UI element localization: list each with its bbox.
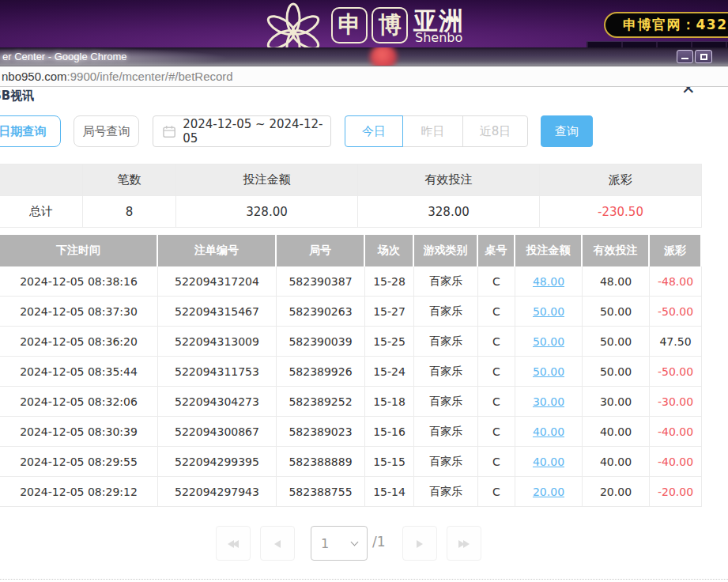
- bet-id-cell: 522094315467: [158, 297, 277, 327]
- round-id-cell: 582389252: [277, 387, 365, 417]
- screen: 申 博 亚洲 Shenbo 申博官网：432 er Center - Googl…: [0, 0, 728, 582]
- col-header-table-no: 桌号: [478, 235, 515, 266]
- bet-amount-cell: 50.00: [515, 327, 583, 357]
- bet-amount-link[interactable]: 40.00: [533, 425, 564, 438]
- close-icon[interactable]: ✕: [681, 87, 696, 98]
- address-bar[interactable]: nbo950.com:9900/infe/mcenter/#/betRecord: [0, 66, 728, 87]
- valid-bet-cell: 30.00: [583, 387, 650, 417]
- page-title: SB视讯: [0, 89, 34, 104]
- maximize-button[interactable]: [695, 50, 712, 63]
- bet-amount-link[interactable]: 48.00: [533, 275, 564, 288]
- col-header-payout: 派彩: [650, 235, 702, 266]
- table-no-cell: C: [478, 387, 515, 417]
- yesterday-button[interactable]: 昨日: [402, 115, 463, 147]
- round-id-cell: 582389023: [277, 417, 365, 447]
- maximize-icon: [700, 54, 707, 60]
- valid-bet-cell: 20.00: [583, 477, 650, 507]
- round-id-cell: 582388755: [277, 477, 365, 507]
- double-left-arrow-icon: [228, 536, 238, 551]
- table-row: 2024-12-05 08:30:39522094300867582389023…: [0, 417, 702, 447]
- session-cell: 15-27: [365, 297, 414, 327]
- bet-table-body: 2024-12-05 08:38:16522094317204582390387…: [0, 266, 702, 507]
- bottom-divider: [0, 579, 728, 580]
- date-range-input[interactable]: 2024-12-05 ~ 2024-12-05: [153, 115, 331, 147]
- valid-bet-cell: 48.00: [583, 266, 650, 297]
- table-row: 2024-12-05 08:36:20522094313009582390039…: [0, 327, 702, 357]
- page-select-value: 1: [321, 536, 352, 551]
- bet-amount-cell: 40.00: [515, 447, 583, 477]
- table-no-cell: C: [478, 297, 515, 327]
- bet-amount-cell: 40.00: [515, 417, 583, 447]
- session-cell: 15-24: [365, 357, 414, 387]
- game-type-cell: 百家乐: [414, 477, 478, 507]
- total-pages-label: /1: [372, 534, 386, 550]
- summary-header-count: 笔数: [83, 164, 176, 196]
- table-no-cell: C: [478, 266, 515, 297]
- today-button[interactable]: 今日: [345, 115, 403, 147]
- search-button[interactable]: 查询: [541, 115, 593, 147]
- round-id-cell: 582390039: [277, 327, 365, 357]
- date-query-button[interactable]: 日期查询: [0, 115, 61, 147]
- bet-id-cell: 522094299395: [158, 447, 277, 477]
- col-header-bet-id: 注单编号: [158, 235, 277, 266]
- summary-count-value: 8: [83, 196, 176, 228]
- round-id-cell: 582390387: [277, 266, 365, 297]
- valid-bet-cell: 50.00: [583, 327, 650, 357]
- double-right-arrow-icon: [459, 536, 469, 551]
- game-type-cell: 百家乐: [414, 327, 478, 357]
- last-8-days-button[interactable]: 近8日: [462, 115, 528, 147]
- bet-time-cell: 2024-12-05 08:37:30: [0, 297, 158, 327]
- payout-cell: -48.00: [650, 266, 702, 297]
- bet-amount-link[interactable]: 20.00: [533, 486, 564, 498]
- url-domain: nbo950.com: [2, 70, 67, 83]
- last-page-button[interactable]: [447, 526, 481, 561]
- bet-table-header: 下注时间注单编号局号场次游戏类别桌号投注金额有效投注派彩: [0, 235, 702, 266]
- bet-time-cell: 2024-12-05 08:36:20: [0, 327, 158, 357]
- game-type-cell: 百家乐: [414, 297, 478, 327]
- date-range-value: 2024-12-05 ~ 2024-12-05: [183, 117, 330, 146]
- round-query-button[interactable]: 局号查询: [74, 115, 139, 147]
- bet-amount-cell: 50.00: [515, 297, 583, 327]
- minimize-button[interactable]: [677, 50, 693, 63]
- col-header-valid-bet: 有效投注: [583, 235, 650, 266]
- page-select[interactable]: 1: [311, 526, 368, 561]
- bet-amount-link[interactable]: 40.00: [533, 455, 564, 468]
- col-header-bet-amount: 投注金额: [515, 235, 583, 266]
- table-no-cell: C: [478, 357, 515, 387]
- window-titlebar: er Center - Google Chrome: [0, 47, 728, 66]
- session-cell: 15-28: [365, 266, 414, 297]
- bet-amount-link[interactable]: 30.00: [533, 395, 564, 408]
- payout-cell: -50.00: [650, 357, 702, 387]
- first-page-button[interactable]: [216, 526, 251, 561]
- payout-cell: -40.00: [650, 447, 702, 477]
- round-id-cell: 582388889: [277, 447, 365, 477]
- bet-amount-cell: 30.00: [515, 387, 583, 417]
- summary-header-payout: 派彩: [540, 164, 702, 196]
- round-id-cell: 582390263: [277, 297, 365, 327]
- bet-id-cell: 522094311753: [158, 357, 277, 387]
- table-row: 2024-12-05 08:38:16522094317204582390387…: [0, 266, 702, 297]
- previous-page-button[interactable]: [260, 526, 295, 561]
- red-blob-decoration: [370, 47, 397, 66]
- payout-cell: -40.00: [650, 417, 702, 447]
- left-arrow-icon: [275, 536, 280, 551]
- valid-bet-cell: 50.00: [583, 357, 650, 387]
- minimize-icon: [681, 58, 688, 60]
- bet-amount-link[interactable]: 50.00: [533, 335, 564, 348]
- bet-time-cell: 2024-12-05 08:32:06: [0, 387, 158, 417]
- banner-brick-pattern: [587, 41, 728, 47]
- col-header-game-type: 游戏类别: [414, 235, 478, 266]
- valid-bet-cell: 50.00: [583, 297, 650, 327]
- bet-time-cell: 2024-12-05 08:38:16: [0, 266, 158, 297]
- bet-amount-link[interactable]: 50.00: [533, 305, 564, 318]
- summary-header-bet-amount: 投注金额: [176, 164, 358, 196]
- summary-total-row: 总计 8 328.00 328.00 -230.50: [0, 196, 702, 228]
- summary-header-valid-bet: 有效投注: [358, 164, 540, 196]
- game-type-cell: 百家乐: [414, 417, 478, 447]
- session-cell: 15-25: [365, 327, 414, 357]
- payout-cell: -20.00: [650, 477, 702, 507]
- next-page-button[interactable]: [402, 526, 437, 561]
- bet-amount-link[interactable]: 50.00: [533, 365, 564, 378]
- site-banner: 申 博 亚洲 Shenbo 申博官网：432: [0, 0, 728, 47]
- window-title: er Center - Google Chrome: [2, 51, 127, 62]
